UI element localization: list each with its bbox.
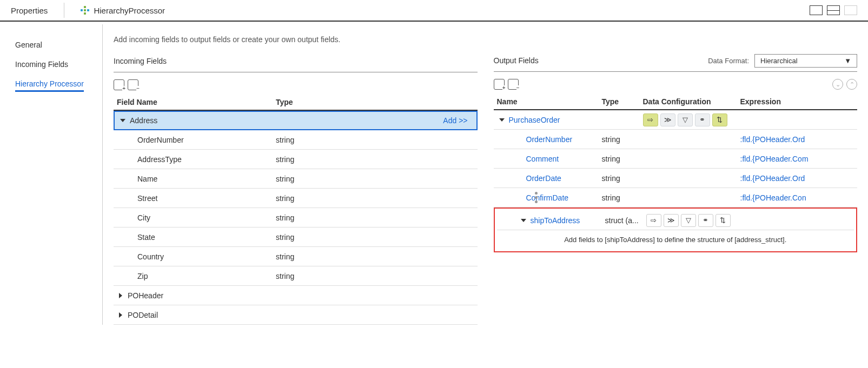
- shipto-highlight: shipToAddress struct (a... ⇨ ≫ ▽ ⚭ ⇅ Add…: [494, 208, 858, 252]
- data-format-label: Data Format:: [708, 57, 749, 65]
- caret-right-icon[interactable]: [119, 293, 122, 298]
- expression-link[interactable]: :fld.{POHeader.Ord: [740, 135, 805, 144]
- incoming-row[interactable]: Countrystring: [114, 247, 478, 266]
- collapse-up-icon[interactable]: ⌃: [846, 79, 857, 90]
- layout-minimize-icon[interactable]: [844, 5, 857, 15]
- properties-header: Properties HierarchyProcessor: [0, 0, 868, 22]
- expand-down-icon[interactable]: ⌄: [832, 79, 843, 90]
- output-fields-title: Output Fields: [494, 56, 539, 65]
- processor-name: HierarchyProcessor: [94, 6, 165, 15]
- group-by-icon[interactable]: ⚭: [698, 214, 713, 227]
- incoming-toolbar: [114, 75, 478, 95]
- collapse-all-button[interactable]: [508, 79, 519, 90]
- incoming-sources-icon[interactable]: ⇨: [646, 214, 661, 227]
- incoming-row[interactable]: OrderNumberstring: [114, 130, 478, 150]
- incoming-row[interactable]: AddressTypestring: [114, 150, 478, 169]
- shipto-assist-message: Add fields to [shipToAddress] to define …: [497, 230, 854, 249]
- output-row[interactable]: OrderNumberstring:fld.{POHeader.Ord: [494, 130, 858, 149]
- incoming-fields-panel: Add incoming fields to output fields or …: [114, 35, 478, 325]
- incoming-row[interactable]: Citystring: [114, 208, 478, 228]
- processor-title: HierarchyProcessor: [81, 6, 165, 15]
- output-row[interactable]: OrderDatestring:fld.{POHeader.Ord: [494, 169, 858, 188]
- data-format-select[interactable]: Hierarchical ▼: [754, 54, 857, 68]
- output-col-config: Data Configuration: [643, 97, 740, 106]
- expression-link[interactable]: :fld.{POHeader.Con: [740, 193, 806, 202]
- chevron-down-icon: ▼: [844, 57, 851, 65]
- group-by-icon[interactable]: ⚭: [695, 113, 710, 126]
- expand-all-button[interactable]: [494, 79, 505, 90]
- order-by-icon[interactable]: ⇅: [715, 214, 731, 227]
- output-col-expression: Expression: [740, 97, 858, 106]
- incoming-col-fieldname: Field Name: [114, 98, 276, 106]
- properties-label: Properties: [11, 6, 48, 15]
- output-row-purchaseorder[interactable]: PurchaseOrder ⇨ ≫ ▽ ⚭ ⇅: [494, 110, 858, 130]
- incoming-row[interactable]: Statestring: [114, 228, 478, 247]
- order-by-icon[interactable]: ⇅: [712, 113, 727, 126]
- sidebar-item-hierarchy-processor[interactable]: Hierarchy Processor: [11, 74, 102, 93]
- incoming-row[interactable]: Zipstring: [114, 266, 478, 286]
- filter-icon[interactable]: ▽: [681, 214, 696, 227]
- output-fields-panel: Output Fields Data Format: Hierarchical …: [494, 35, 858, 325]
- sidebar-item-general[interactable]: General: [11, 35, 102, 55]
- incoming-col-type: Type: [276, 98, 362, 106]
- caret-right-icon[interactable]: [119, 312, 122, 318]
- incoming-table-header: Field Name Type: [114, 95, 478, 111]
- output-row-shiptoaddress[interactable]: shipToAddress struct (a... ⇨ ≫ ▽ ⚭ ⇅: [497, 211, 854, 230]
- add-field-button[interactable]: Add >>: [443, 116, 467, 125]
- panel-resize-grip[interactable]: [535, 192, 538, 203]
- incoming-row-address[interactable]: Address Add >>: [114, 111, 478, 130]
- incoming-row[interactable]: Streetstring: [114, 189, 478, 208]
- filter-icon[interactable]: ▽: [678, 113, 693, 126]
- incoming-row[interactable]: Namestring: [114, 169, 478, 189]
- expression-link[interactable]: :fld.{POHeader.Ord: [740, 174, 805, 183]
- output-row[interactable]: ConfirmDatestring:fld.{POHeader.Con: [494, 188, 858, 208]
- header-divider: [64, 3, 64, 18]
- incoming-row-group[interactable]: POHeader: [114, 286, 478, 305]
- incoming-row-group[interactable]: PODetail: [114, 305, 478, 325]
- output-toolbar: ⌄ ⌃: [494, 75, 858, 94]
- output-col-type: Type: [602, 97, 643, 106]
- join-icon[interactable]: ≫: [664, 214, 679, 227]
- layout-split-icon[interactable]: [827, 5, 840, 15]
- layout-switcher: [810, 5, 857, 15]
- incoming-sources-icon[interactable]: ⇨: [643, 113, 658, 126]
- join-icon[interactable]: ≫: [660, 113, 675, 126]
- instruction-text: Add incoming fields to output fields or …: [114, 35, 478, 44]
- sidebar-tabs: General Incoming Fields Hierarchy Proces…: [11, 24, 103, 325]
- collapse-all-button[interactable]: [128, 79, 138, 90]
- expression-link[interactable]: :fld.{POHeader.Com: [740, 155, 809, 163]
- output-col-name: Name: [494, 97, 602, 106]
- caret-down-icon[interactable]: [120, 119, 125, 122]
- caret-down-icon[interactable]: [521, 219, 526, 222]
- sidebar-item-incoming-fields[interactable]: Incoming Fields: [11, 55, 102, 74]
- output-row[interactable]: Commentstring:fld.{POHeader.Com: [494, 149, 858, 169]
- output-table-header: Name Type Data Configuration Expression: [494, 94, 858, 110]
- expand-all-button[interactable]: [114, 79, 124, 90]
- incoming-fields-title: Incoming Fields: [114, 57, 167, 65]
- hierarchy-processor-icon: [81, 6, 89, 15]
- caret-down-icon[interactable]: [499, 118, 505, 122]
- layout-single-icon[interactable]: [810, 5, 823, 15]
